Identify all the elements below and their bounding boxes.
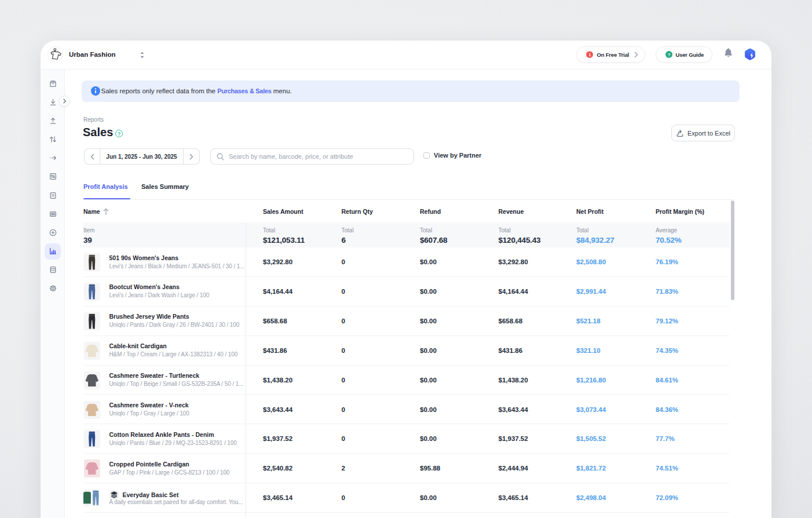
svg-text:1: 1: [588, 52, 591, 57]
svg-text:?: ?: [667, 52, 670, 57]
